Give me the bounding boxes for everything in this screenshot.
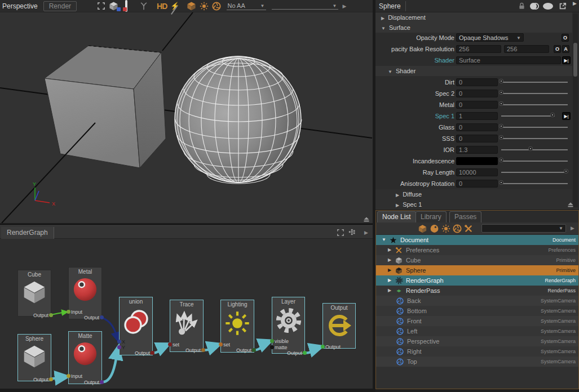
shape-ellipse-icon[interactable] — [542, 2, 554, 10]
port-output[interactable]: Output — [185, 348, 201, 353]
port-visible[interactable]: visible — [275, 338, 289, 344]
tab-render[interactable]: Render — [43, 1, 77, 11]
tree-row-rendergraph[interactable]: ▶ RenderGraph RenderGraph — [376, 275, 578, 286]
node-link-button[interactable]: ▶| — [562, 112, 571, 120]
port-dot[interactable] — [270, 345, 274, 349]
metal-slider[interactable] — [501, 104, 568, 105]
attribute-scrollbar[interactable] — [573, 14, 578, 207]
override-button[interactable]: O — [562, 34, 569, 42]
port-output[interactable]: Output — [84, 315, 99, 320]
graph-node-matte[interactable]: Matte Input Output — [68, 331, 102, 384]
filter-dropdown[interactable]: ▼ — [272, 3, 338, 10]
cube-geometry[interactable] — [45, 46, 166, 168]
port-output[interactable]: Output — [84, 380, 99, 385]
viewport-canvas[interactable]: Y X — [0, 12, 373, 223]
tree-row-sphere[interactable]: ▶ Sphere Primitive — [376, 265, 578, 275]
port-dot[interactable] — [321, 345, 325, 349]
filter-tools-icon[interactable] — [464, 224, 473, 233]
graph-node-union[interactable]: union X Y Output — [119, 297, 153, 355]
expand-icon[interactable]: ▶ — [388, 275, 391, 286]
fit-view-icon[interactable] — [97, 2, 105, 10]
tree-row-left[interactable]: Left SystemCamera — [376, 326, 578, 336]
port-matte[interactable]: matte — [275, 345, 288, 350]
port-input[interactable]: Input — [71, 309, 82, 315]
sss-slider[interactable] — [501, 138, 568, 139]
expand-icon[interactable]: ▶ — [388, 265, 391, 275]
wireframe-mode-icon[interactable] — [140, 2, 148, 11]
tree-row-preferences[interactable]: ▶ Preferences Preferences — [376, 245, 578, 255]
port-dot[interactable] — [49, 377, 53, 381]
incandescence-slider[interactable] — [501, 161, 568, 162]
port-input[interactable]: Input — [71, 373, 82, 379]
spec2-slider[interactable] — [501, 93, 568, 94]
node-link-button[interactable]: ▶| — [562, 56, 571, 64]
graph-node-trace[interactable]: Trace set Output — [170, 300, 204, 352]
shader-ref-field[interactable]: Surface — [456, 56, 561, 64]
collapse-icon[interactable]: ▼ — [382, 235, 386, 245]
ray-length-slider[interactable] — [501, 172, 568, 173]
port-dot[interactable] — [49, 313, 53, 317]
viewport-collapse-icon[interactable] — [363, 216, 370, 224]
node-list-overflow-arrow[interactable]: ▶ — [571, 225, 574, 231]
dirt-field[interactable]: 0 — [456, 78, 498, 86]
filter-camera-icon[interactable] — [453, 224, 462, 233]
metal-field[interactable]: 0 — [456, 101, 498, 109]
expand-icon[interactable]: ▶ — [388, 255, 391, 265]
dirt-slider[interactable] — [501, 82, 568, 83]
tree-row-right[interactable]: Right SystemCamera — [376, 346, 578, 357]
port-output[interactable]: Output — [33, 377, 48, 382]
tab-sphere-attributes[interactable]: Sphere — [377, 1, 406, 11]
tab-passes[interactable]: Passes — [449, 211, 481, 222]
port-dot[interactable] — [270, 339, 274, 343]
graph-node-output[interactable]: Output Output — [322, 303, 356, 349]
compare-icon[interactable] — [529, 2, 540, 11]
section-diffuse[interactable]: ▶Diffuse — [375, 189, 572, 199]
tab-node-list[interactable]: Node List — [377, 211, 416, 222]
lights-toggle-icon[interactable] — [200, 2, 209, 11]
camera-toggle-icon[interactable] — [212, 2, 221, 11]
animate-button[interactable]: A — [562, 45, 569, 53]
port-output[interactable]: Output — [135, 350, 150, 356]
tree-row-renderpass[interactable]: ▶ RenderPass RenderPass — [376, 286, 578, 296]
port-set[interactable]: set — [223, 342, 230, 348]
port-output[interactable]: Output — [287, 350, 302, 356]
section-spec1[interactable]: ▶Spec 1 — [375, 199, 572, 210]
port-dot[interactable] — [168, 342, 172, 346]
geometry-toggle-icon[interactable] — [187, 1, 196, 11]
incandescence-color-swatch[interactable] — [456, 157, 498, 165]
anisotropy-rotation-field[interactable]: 0 — [456, 180, 498, 188]
filter-light-icon[interactable] — [441, 224, 450, 233]
port-dot[interactable] — [117, 345, 121, 349]
tree-row-perspective[interactable]: Perspective SystemCamera — [376, 336, 578, 346]
ior-field[interactable]: 1.3 — [456, 146, 498, 154]
port-dot[interactable] — [100, 380, 104, 384]
port-x[interactable]: X — [122, 339, 125, 345]
port-set[interactable]: set — [173, 342, 179, 348]
tree-row-document[interactable]: ▼ Document Document — [376, 235, 578, 245]
port-dot[interactable] — [151, 351, 154, 355]
port-output[interactable]: Output — [236, 348, 251, 353]
toolbar-overflow-arrow[interactable]: ▶ — [343, 3, 347, 9]
external-view-icon[interactable] — [558, 2, 567, 11]
port-dot[interactable] — [100, 315, 104, 319]
tab-perspective[interactable]: Perspective — [0, 1, 41, 11]
graph-node-layer[interactable]: Layer visible matte Output — [272, 297, 305, 354]
spec2-field[interactable]: 0 — [456, 90, 498, 97]
graph-node-lighting[interactable]: Lighting set Output — [220, 300, 254, 353]
tree-row-top[interactable]: Top SystemCamera — [376, 357, 578, 367]
filter-material-icon[interactable] — [430, 224, 439, 233]
ray-length-field[interactable]: 10000 — [456, 168, 498, 176]
antialiasing-dropdown[interactable]: No AA ▼ — [227, 2, 266, 10]
graph-node-cube[interactable]: Cube Output — [17, 270, 51, 317]
port-dot[interactable] — [67, 310, 70, 314]
tree-row-front[interactable]: Front SystemCamera — [376, 316, 578, 326]
horizontal-splitter[interactable] — [0, 223, 373, 225]
tab-library[interactable]: Library — [416, 211, 447, 222]
ior-slider[interactable] — [501, 149, 568, 150]
sphere-geometry[interactable] — [175, 56, 302, 184]
section-shader[interactable]: ▼Shader — [375, 66, 572, 76]
bake-resolution-y-field[interactable]: 256 — [504, 45, 549, 53]
spec1-field[interactable]: 1 — [456, 112, 498, 120]
tree-row-bottom[interactable]: Bottom SystemCamera — [376, 306, 578, 316]
spec1-slider[interactable] — [501, 115, 555, 117]
